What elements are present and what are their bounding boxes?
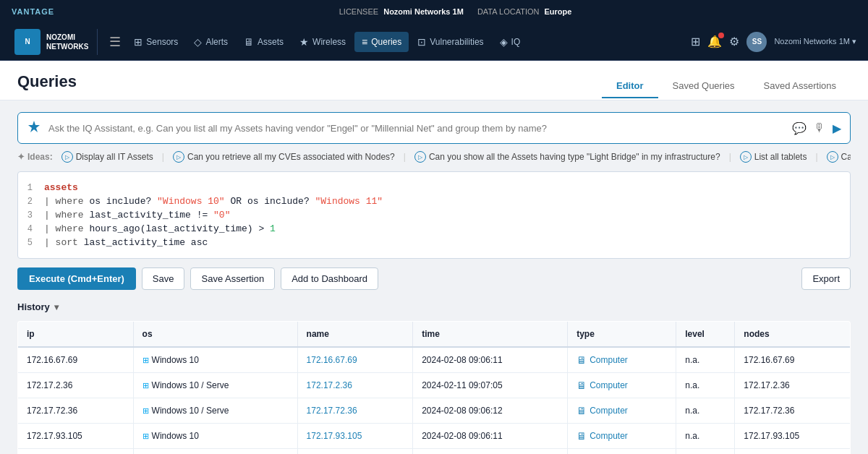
cell-name[interactable]: 172.17.72.36 — [297, 398, 413, 424]
cell-time: 2024-02-08 09:06:11 — [413, 347, 568, 373]
name-link[interactable]: 172.16.67.69 — [307, 355, 357, 365]
wireless-icon: ★ — [299, 36, 309, 48]
name-link[interactable]: 172.17.93.105 — [307, 431, 362, 441]
computer-icon: 🖥 — [576, 405, 587, 416]
search-play-icon[interactable]: ▶ — [833, 121, 841, 135]
cell-time: 2024-02-08 09:06:22 — [413, 449, 568, 455]
table-body: 172.16.67.69⊞Windows 10172.16.67.692024-… — [18, 347, 851, 454]
idea-play-icon-4: ▷ — [740, 151, 752, 163]
nav-licensee-text[interactable]: Nozomi Networks 1M ▾ — [774, 37, 856, 46]
type-text: Computer — [590, 355, 628, 365]
cell-type: 🖥Computer — [568, 373, 676, 398]
nav-item-wireless[interactable]: ★ Wireless — [292, 32, 353, 52]
cell-os: ⊞Windows 10 / Serve — [133, 373, 297, 398]
nav-bell-icon[interactable]: 🔔 — [707, 35, 722, 48]
save-assertion-button[interactable]: Save Assertion — [190, 267, 275, 290]
nav-right: ⊞ 🔔 ⚙ SS Nozomi Networks 1M ▾ — [691, 32, 862, 52]
type-icon-wrap: 🖥Computer — [576, 430, 628, 442]
cell-ip: 172.17.72.36 — [18, 398, 134, 424]
nav-item-vulnerabilities[interactable]: ⊡ Vulnerabilities — [410, 32, 490, 52]
nav-items: ⊞ Sensors ◇ Alerts 🖥 Assets ★ Wireless ≡… — [127, 32, 691, 52]
results-table: ip os name time type level nodes 172.16.… — [17, 321, 851, 454]
execute-button[interactable]: Execute (Cmd+Enter) — [17, 267, 136, 290]
datalocation-value: Europe — [545, 7, 572, 16]
hamburger-icon[interactable]: ☰ — [103, 34, 127, 50]
logo-wordmark: NOZOMI NETWORKS — [46, 33, 88, 51]
idea-chip-2[interactable]: ▷ Can you retrieve all my CVEs associate… — [173, 151, 395, 163]
search-input[interactable] — [48, 123, 785, 134]
history-label: History — [17, 301, 50, 312]
search-chat-icon[interactable]: 💬 — [792, 121, 807, 135]
logo-area: N NOZOMI NETWORKS — [6, 29, 98, 55]
notification-dot — [718, 33, 724, 38]
history-chevron-icon[interactable]: ▾ — [54, 302, 59, 312]
save-button[interactable]: Save — [142, 267, 185, 290]
nav-item-assets[interactable]: 🖥 Assets — [237, 32, 291, 52]
add-to-dashboard-button[interactable]: Add to Dashboard — [281, 267, 378, 290]
nav-item-alerts[interactable]: ◇ Alerts — [187, 32, 235, 52]
cell-nodes: 172.17.2.36 — [735, 373, 851, 398]
idea-chip-4[interactable]: ▷ List all tablets — [740, 151, 807, 163]
type-icon-wrap: 🖥Computer — [576, 380, 628, 391]
alerts-icon: ◇ — [194, 36, 202, 48]
avatar[interactable]: SS — [746, 32, 767, 52]
cell-os: ⊞Windows 10 / Serve — [133, 398, 297, 424]
nav-item-queries[interactable]: ≡ Queries — [354, 32, 409, 52]
cell-type: 🖥Computer — [568, 449, 676, 455]
tab-editor[interactable]: Editor — [602, 74, 658, 98]
search-mic-icon[interactable]: 🎙 — [814, 121, 825, 135]
tab-saved-queries[interactable]: Saved Queries — [658, 74, 749, 98]
export-button[interactable]: Export — [801, 267, 851, 290]
cell-type: 🖥Computer — [568, 424, 676, 449]
logo-text: N — [25, 38, 30, 46]
cell-os: ⊞Windows 10 — [133, 449, 297, 455]
code-line-1: 1 assets — [18, 181, 850, 194]
code-editor[interactable]: 1 assets 2 | where os include? "Windows … — [17, 171, 851, 259]
col-header-nodes: nodes — [735, 322, 851, 348]
idea-play-icon-2: ▷ — [173, 151, 184, 163]
nav-label-queries: Queries — [371, 37, 401, 47]
name-link[interactable]: 172.17.72.36 — [307, 406, 357, 416]
licensee-label: LICENSEE — [339, 7, 378, 16]
windows-icon: ⊞ — [142, 356, 149, 365]
licensee-info: LICENSEE Nozomi Networks 1M DATA LOCATIO… — [339, 7, 572, 16]
nav-settings-icon[interactable]: ⚙ — [729, 35, 739, 48]
code-line-3: 3 | where last_activity_time != "0" — [18, 208, 850, 222]
idea-chip-5[interactable]: ▷ Can you list all t… — [827, 151, 851, 163]
ideas-bar: ✦ Ideas: ▷ Display all IT Assets | ▷ Can… — [17, 151, 851, 163]
computer-icon: 🖥 — [576, 430, 587, 442]
tab-saved-assertions[interactable]: Saved Assertions — [749, 74, 851, 98]
type-text: Computer — [590, 380, 628, 390]
cell-time: 2024-02-11 09:07:05 — [413, 373, 568, 398]
queries-icon: ≡ — [362, 36, 367, 48]
cell-os: ⊞Windows 10 — [133, 424, 297, 449]
name-link[interactable]: 172.17.2.36 — [307, 380, 352, 390]
nav-label-vulnerabilities: Vulnerabilities — [430, 37, 483, 47]
idea-text-5: Can you list all t… — [841, 152, 851, 162]
page-header-top: Queries Editor Saved Queries Saved Asser… — [17, 72, 851, 100]
idea-text-2: Can you retrieve all my CVEs associated … — [187, 152, 395, 162]
col-header-type: type — [568, 322, 676, 348]
type-icon-wrap: 🖥Computer — [576, 405, 628, 416]
idea-chip-1[interactable]: ▷ Display all IT Assets — [61, 151, 153, 163]
cell-name[interactable]: 172.17.2.36 — [297, 373, 413, 398]
cell-type: 🖥Computer — [568, 347, 676, 373]
nav-share-icon[interactable]: ⊞ — [691, 35, 700, 48]
cell-name[interactable]: 172.17.93.105 — [297, 424, 413, 449]
page-title: Queries — [17, 72, 77, 100]
nav-item-iq[interactable]: ◈ IQ — [493, 32, 528, 52]
cell-name[interactable]: 172.16.67.69 — [297, 347, 413, 373]
editor-toolbar: Execute (Cmd+Enter) Save Save Assertion … — [17, 267, 851, 290]
idea-chip-3[interactable]: ▷ Can you show all the Assets having typ… — [414, 151, 720, 163]
cell-nodes: 172.17.72.36 — [735, 398, 851, 424]
cell-name[interactable]: 172.18.103.36 — [297, 449, 413, 455]
cell-level: n.a. — [676, 398, 735, 424]
cell-level: n.a. — [676, 449, 735, 455]
table-header: ip os name time type level nodes — [18, 322, 851, 348]
idea-text-4: List all tablets — [754, 152, 807, 162]
page-header: Queries Editor Saved Queries Saved Asser… — [0, 61, 868, 100]
table-row: 172.17.2.36⊞Windows 10 / Serve172.17.2.3… — [18, 373, 851, 398]
cell-level: n.a. — [676, 347, 735, 373]
nav-item-sensors[interactable]: ⊞ Sensors — [127, 32, 185, 52]
ideas-label: ✦ Ideas: — [17, 152, 53, 162]
